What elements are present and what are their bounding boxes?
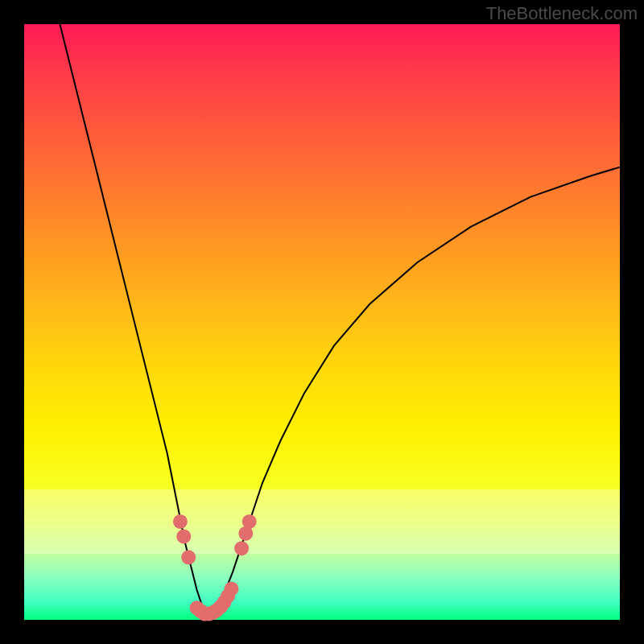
- marker-dot: [176, 529, 191, 543]
- left-branch-curve: [60, 24, 208, 614]
- marker-dot: [234, 541, 249, 555]
- marker-dot: [242, 514, 257, 529]
- marker-dot: [173, 514, 188, 529]
- marker-dot: [181, 550, 196, 564]
- curve-layer: [24, 24, 620, 620]
- watermark-text: TheBottleneck.com: [486, 3, 638, 24]
- chart-frame: TheBottleneck.com: [0, 0, 644, 644]
- right-branch-curve: [208, 167, 620, 614]
- marker-group: [173, 514, 257, 621]
- marker-dot: [225, 582, 239, 597]
